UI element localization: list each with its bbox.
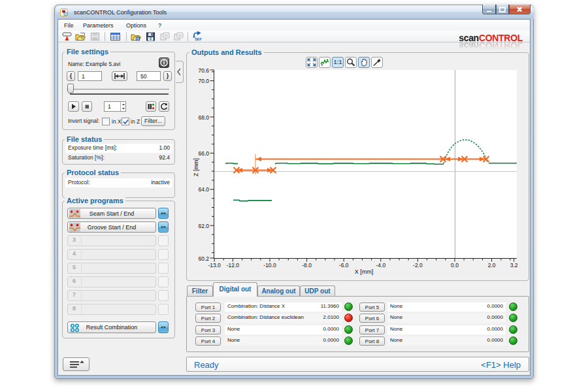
svg-text:62.0: 62.0 bbox=[198, 223, 209, 229]
svg-text:-2.0: -2.0 bbox=[413, 262, 423, 269]
svg-text:0.0: 0.0 bbox=[451, 262, 459, 269]
svg-text:60.2: 60.2 bbox=[198, 255, 209, 262]
svg-text:64.0: 64.0 bbox=[198, 186, 209, 193]
svg-text:Z [mm]: Z [mm] bbox=[193, 158, 199, 176]
svg-text:70.0: 70.0 bbox=[198, 78, 209, 84]
svg-text:X [mm]: X [mm] bbox=[355, 269, 374, 275]
svg-text:68.0: 68.0 bbox=[198, 114, 209, 121]
svg-text:3.2: 3.2 bbox=[510, 262, 518, 269]
svg-text:2.0: 2.0 bbox=[488, 262, 496, 269]
svg-text:-6.0: -6.0 bbox=[339, 262, 349, 269]
svg-text:-4.0: -4.0 bbox=[376, 262, 385, 269]
svg-text:-10.0: -10.0 bbox=[263, 262, 276, 269]
svg-text:70.6: 70.6 bbox=[198, 67, 209, 74]
svg-text:-12.0: -12.0 bbox=[227, 262, 240, 269]
svg-text:-13.0: -13.0 bbox=[208, 262, 221, 269]
svg-text:-8.0: -8.0 bbox=[302, 262, 312, 269]
svg-text:66.0: 66.0 bbox=[198, 150, 209, 157]
svg-text:DEF: DEF bbox=[195, 37, 202, 41]
